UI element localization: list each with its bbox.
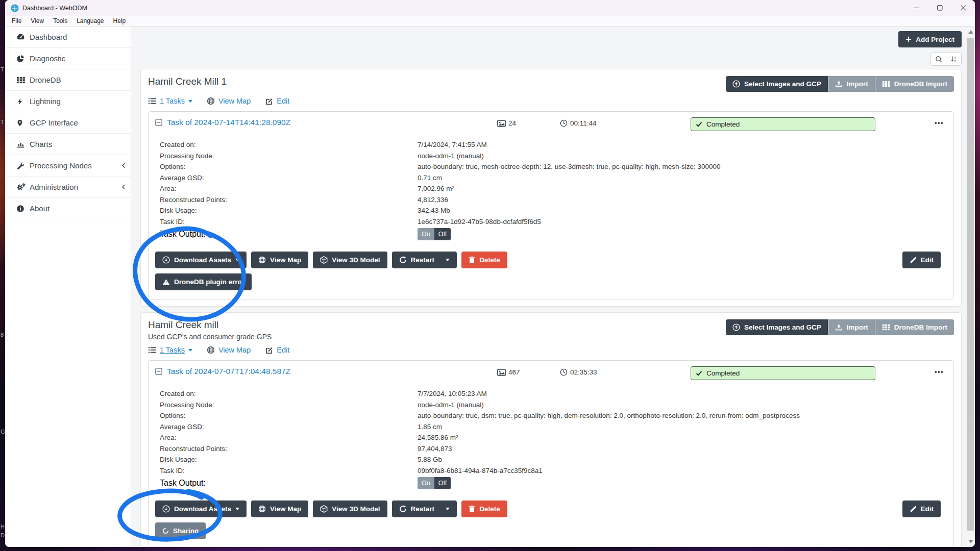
- import-button[interactable]: Import: [828, 319, 875, 335]
- restart-button[interactable]: Restart: [392, 252, 457, 268]
- search-icon: [935, 56, 942, 63]
- view-3d-model-button[interactable]: View 3D Model: [313, 252, 387, 268]
- add-project-button[interactable]: Add Project: [898, 31, 962, 47]
- task-output-on-button[interactable]: On: [418, 228, 434, 240]
- detail-label: Processing Node:: [160, 152, 418, 160]
- task-detail-row: Area: 7,002.96 m²: [155, 183, 947, 194]
- select-images-gcp-button[interactable]: Select Images and GCP: [726, 76, 828, 92]
- scroll-up-icon[interactable]: [968, 30, 973, 34]
- sharing-button[interactable]: Sharing: [155, 522, 206, 539]
- menu-item[interactable]: View: [26, 16, 48, 26]
- task-menu-button[interactable]: •••: [933, 117, 946, 129]
- detail-label: Disk Usage:: [160, 456, 418, 463]
- svg-text:A: A: [954, 56, 956, 59]
- sidebar-item[interactable]: Dashboard: [5, 27, 131, 48]
- globe-icon: [258, 256, 266, 264]
- task-menu-button[interactable]: •••: [933, 366, 946, 378]
- sidebar-item[interactable]: About: [5, 198, 131, 219]
- view-map-link[interactable]: View Map: [207, 346, 251, 354]
- detail-value: 24,585.86 m²: [418, 434, 947, 441]
- caret-down-icon: [446, 259, 450, 261]
- detail-label: Reconstructed Points:: [160, 445, 418, 453]
- import-icon: [835, 81, 843, 87]
- task-detail-row: Reconstructed Points: 4,812,336: [155, 194, 947, 206]
- scrollbar-thumb[interactable]: [967, 38, 974, 531]
- detail-value: 0.71 cm: [418, 174, 947, 182]
- task-panel: Task of 2024-07-07T17:04:48.587Z 467 02:…: [148, 360, 954, 547]
- download-assets-button[interactable]: Download Assets: [155, 500, 247, 517]
- minimize-icon: [914, 5, 919, 11]
- minimize-button[interactable]: [904, 0, 928, 16]
- trash-icon: [469, 505, 475, 513]
- task-output-toggle: On Off: [418, 228, 451, 240]
- sidebar-item[interactable]: Lightning: [5, 91, 131, 112]
- caret-down-icon: [188, 100, 192, 103]
- vertical-scrollbar[interactable]: [966, 27, 975, 547]
- images-icon: [497, 120, 506, 127]
- edit-task-button[interactable]: Edit: [902, 252, 941, 268]
- task-output-off-button[interactable]: Off: [434, 477, 451, 489]
- menu-item[interactable]: Language: [72, 16, 108, 26]
- search-button[interactable]: [930, 53, 946, 66]
- project-actions: Select Images and GCP Import DroneDB Imp…: [726, 76, 954, 92]
- task-detail-row: Average GSD: 0.71 cm: [155, 172, 947, 184]
- detail-value: auto-boundary: true, dsm: true, pc-quali…: [418, 412, 947, 419]
- sidebar-item[interactable]: Processing Nodes: [5, 155, 131, 177]
- maximize-button[interactable]: [928, 0, 951, 16]
- collapse-task-icon[interactable]: [155, 368, 162, 375]
- collapse-task-icon[interactable]: [155, 119, 162, 126]
- task-details: Created on: 7/7/2024, 10:05:23 AM Proces…: [155, 388, 947, 476]
- sidebar-item-label: Administration: [30, 183, 78, 191]
- tasks-link[interactable]: 1 Tasks: [148, 346, 192, 354]
- view-map-link[interactable]: View Map: [207, 97, 251, 105]
- task-output-off-button[interactable]: Off: [434, 228, 451, 240]
- select-images-gcp-button[interactable]: Select Images and GCP: [726, 319, 828, 335]
- task-title-link[interactable]: Task of 2024-07-14T14:41:28.090Z: [167, 118, 290, 127]
- pencil-icon: [910, 506, 917, 513]
- detail-label: Reconstructed Points:: [160, 196, 418, 204]
- sidebar-item[interactable]: DroneDB: [5, 69, 131, 91]
- task-detail-row: Average GSD: 1.85 cm: [155, 421, 947, 433]
- scroll-down-icon[interactable]: [968, 540, 973, 543]
- restart-button[interactable]: Restart: [392, 500, 457, 517]
- desktop-icon-text: D: [1, 532, 5, 538]
- sidebar-item-label: About: [30, 204, 50, 213]
- chevron-left-icon: [121, 184, 126, 190]
- sidebar-item[interactable]: Charts: [5, 134, 131, 155]
- view-map-button[interactable]: View Map: [251, 252, 308, 268]
- dronedb-import-button[interactable]: DroneDB Import: [875, 76, 954, 92]
- import-button[interactable]: Import: [828, 76, 875, 92]
- spinner-circle-icon: [162, 528, 169, 534]
- dronedb-plugin-error-button[interactable]: DroneDB plugin error: [155, 273, 252, 290]
- sidebar-item[interactable]: Administration: [5, 177, 131, 198]
- task-detail-row: Processing Node: node-odm-1 (manual): [155, 399, 947, 411]
- sort-button[interactable]: AZ: [946, 53, 962, 66]
- dronedb-import-button[interactable]: DroneDB Import: [875, 319, 954, 335]
- close-button[interactable]: [951, 0, 975, 16]
- project-card: Hamil Creek Mill 1 Select Images and GCP…: [140, 69, 962, 307]
- task-detail-row: Disk Usage: 342.43 Mb: [155, 205, 947, 216]
- restart-icon: [399, 505, 407, 513]
- dronedb-icon: [16, 77, 30, 84]
- edit-project-link[interactable]: Edit: [265, 97, 289, 105]
- detail-value: auto-boundary: true, mesh-octree-depth: …: [418, 163, 947, 170]
- edit-task-button[interactable]: Edit: [902, 500, 941, 517]
- download-assets-button[interactable]: Download Assets: [155, 252, 247, 268]
- tasks-link[interactable]: 1 Tasks: [148, 97, 192, 105]
- globe-icon: [207, 97, 215, 105]
- view-map-button[interactable]: View Map: [251, 500, 308, 517]
- menu-item[interactable]: Tools: [48, 16, 72, 26]
- delete-button[interactable]: Delete: [461, 500, 507, 517]
- delete-button[interactable]: Delete: [461, 252, 507, 268]
- sidebar-item[interactable]: Diagnostic: [5, 48, 131, 69]
- title-bar: Dashboard - WebODM: [5, 0, 975, 16]
- menu-item[interactable]: Help: [109, 16, 131, 26]
- detail-value: node-odm-1 (manual): [418, 152, 947, 160]
- caret-down-icon: [188, 349, 192, 352]
- sidebar-item[interactable]: GCP Interface: [5, 112, 131, 134]
- edit-project-link[interactable]: Edit: [265, 346, 289, 354]
- view-3d-model-button[interactable]: View 3D Model: [313, 500, 387, 517]
- task-title-link[interactable]: Task of 2024-07-07T17:04:48.587Z: [167, 367, 290, 376]
- task-output-on-button[interactable]: On: [418, 477, 434, 489]
- menu-item[interactable]: File: [7, 16, 26, 26]
